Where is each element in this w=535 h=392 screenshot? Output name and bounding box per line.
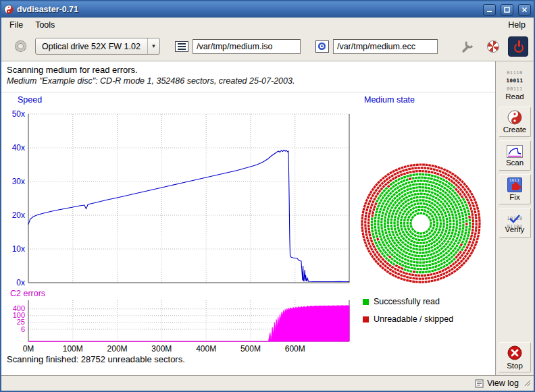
x-axis-labels: 0M100M200M300M400M500M600M [23, 344, 305, 354]
legend-row-read: Successfully read [363, 297, 453, 306]
separator [1, 92, 495, 92]
sidebar-button-verify[interactable]: 10110 01101 Verify [499, 208, 531, 238]
svg-text:400M: 400M [196, 344, 216, 354]
scan-chart-icon [507, 145, 523, 158]
maximize-button[interactable] [501, 4, 513, 16]
menu-tools[interactable]: Tools [29, 19, 61, 31]
c2-area [28, 306, 349, 341]
wrench-icon [460, 39, 475, 54]
ecc-path-input[interactable] [333, 39, 438, 54]
chevron-down-icon: ▼ [147, 38, 159, 54]
charts-canvas: 0x10x20x30x40x50x4001002560M100M200M300M… [1, 61, 494, 374]
svg-text:300M: 300M [151, 344, 172, 354]
view-log-icon [475, 379, 484, 388]
iso-path-input[interactable] [193, 39, 301, 54]
yin-yang-icon [507, 110, 522, 125]
svg-text:10x: 10x [12, 244, 25, 254]
speed-chart-title: Speed [18, 95, 42, 105]
menubar: File Tools Help [1, 18, 534, 32]
svg-text:50x: 50x [12, 109, 25, 119]
c2-errors-title: C2 errors [10, 289, 45, 298]
sidebar-button-read[interactable]: 01110 10011 00111 Read [499, 65, 531, 103]
svg-text:6: 6 [21, 325, 25, 333]
verify-check-icon: 10110 01101 [507, 213, 523, 225]
body: 0x10x20x30x40x50x4001002560M100M200M300M… [1, 61, 534, 375]
scan-label: Scan [506, 159, 524, 167]
sidebar-button-fix[interactable]: 1011 Fix [499, 174, 531, 204]
disc-drive-icon [16, 41, 26, 51]
drive-selector-value: Optical drive 52X FW 1.02 [36, 42, 147, 51]
close-icon [521, 7, 528, 13]
toolbar: Optical drive 52X FW 1.02 ▼ [1, 32, 534, 61]
svg-text:500M: 500M [240, 344, 261, 354]
legend-swatch-unreadable [363, 316, 369, 323]
drive-selector[interactable]: Optical drive 52X FW 1.02 ▼ [35, 38, 160, 55]
binary-icon: 01110 10011 00111 [506, 67, 523, 92]
scan-result-text: Scanning finished: 28752 unreadable sect… [7, 354, 185, 364]
menu-file[interactable]: File [3, 19, 29, 31]
window-title: dvdisaster-0.71 [17, 5, 478, 14]
svg-text:20x: 20x [12, 211, 25, 220]
speed-curve [28, 150, 349, 282]
resize-grip[interactable] [522, 378, 532, 389]
stop-icon [507, 345, 523, 361]
svg-text:40x: 40x [12, 143, 25, 152]
legend-label-read: Successfully read [374, 297, 440, 306]
sidebar-button-scan[interactable]: Scan [499, 140, 531, 171]
svg-text:200M: 200M [107, 344, 128, 354]
sidebar-button-stop[interactable]: Stop [499, 342, 531, 372]
view-log-button[interactable]: View log [487, 379, 519, 388]
svg-text:600M: 600M [285, 344, 305, 354]
fix-label: Fix [509, 193, 519, 201]
disc-pinwheel-icon [487, 40, 499, 53]
checkmark-icon [508, 213, 521, 224]
preferences-button[interactable] [457, 36, 478, 57]
main-area: 0x10x20x30x40x50x4001002560M100M200M300M… [1, 61, 495, 375]
app-icon [4, 5, 14, 14]
speed-grid: 0x10x20x30x40x50x [12, 109, 349, 287]
close-button[interactable] [518, 4, 531, 16]
eject-drive-button[interactable] [9, 36, 31, 57]
maximize-icon [504, 7, 510, 13]
puzzle-piece-icon: 1011 [507, 177, 522, 192]
app-window: dvdisaster-0.71 File Tools Help Optical … [0, 0, 535, 392]
ecc-file-icon [315, 40, 329, 53]
status-line-2: Medium "Example disc": CD-R mode 1, 3524… [7, 76, 295, 86]
legend-swatch-read [363, 299, 369, 305]
menu-help[interactable]: Help [502, 19, 532, 31]
quit-button[interactable] [508, 36, 528, 57]
read-label: Read [505, 92, 524, 101]
minimize-icon [486, 7, 492, 13]
svg-text:30x: 30x [12, 177, 25, 186]
svg-text:0x: 0x [16, 278, 25, 287]
iso-image-icon [175, 41, 188, 52]
statusbar: View log [1, 375, 534, 391]
stop-label: Stop [507, 362, 523, 370]
titlebar: dvdisaster-0.71 [1, 1, 534, 18]
legend-row-unreadable: Unreadable / skipped [363, 314, 453, 324]
create-label: Create [503, 125, 527, 134]
medium-state-title: Medium state [364, 95, 415, 105]
status-line-1: Scanning medium for read errors. [7, 65, 138, 75]
svg-text:100M: 100M [63, 344, 83, 354]
medium-state-legend: Successfully read Unreadable / skipped [363, 297, 453, 324]
svg-text:0M: 0M [23, 344, 34, 354]
log-button[interactable] [482, 36, 504, 57]
sidebar: 01110 10011 00111 Read Create [495, 61, 534, 375]
medium-state-disc [361, 163, 480, 283]
sidebar-button-create[interactable]: Create [499, 107, 531, 137]
minimize-button[interactable] [483, 4, 496, 16]
legend-label-unreadable: Unreadable / skipped [374, 314, 453, 324]
